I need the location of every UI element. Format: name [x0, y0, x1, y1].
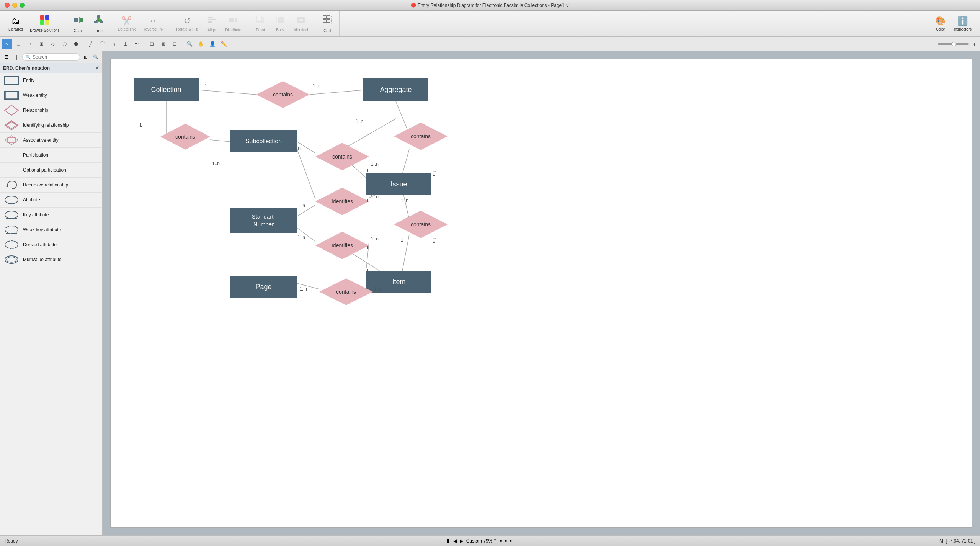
arc-tool[interactable]: ∩	[108, 39, 119, 49]
entity-collection[interactable]: Collection	[134, 78, 199, 101]
rotate-flip-button[interactable]: ↺ Rotate & Flip	[173, 15, 201, 33]
rel-identifies-top[interactable]: Identifies	[315, 188, 369, 215]
panel-search-toggle[interactable]: 🔍	[91, 53, 100, 61]
shape-item-key-attr[interactable]: Key attribute	[0, 208, 102, 222]
category-header: ERD, Chen's notation ✕	[0, 63, 102, 73]
entity-page[interactable]: Page	[230, 276, 297, 298]
distribute-button[interactable]: Distribute	[222, 14, 244, 34]
svg-rect-14	[208, 17, 213, 18]
category-close[interactable]: ✕	[95, 65, 99, 71]
zoom-in-button[interactable]: +	[970, 40, 978, 48]
shape-item-participation[interactable]: Participation	[0, 148, 102, 163]
back-button[interactable]: Back	[271, 14, 290, 34]
identifying-rel-label: Identifying relationship	[23, 123, 69, 128]
close-button[interactable]	[5, 3, 10, 8]
svg-rect-29	[327, 20, 330, 23]
color-icon: 🎨	[935, 16, 946, 26]
svg-line-54	[310, 90, 363, 95]
line-tool[interactable]: ╱	[85, 39, 96, 49]
search-input[interactable]	[33, 54, 77, 60]
shape-item-associative[interactable]: Associative entity	[0, 133, 102, 148]
shape-item-attribute[interactable]: Attribute	[0, 193, 102, 208]
shape-item-entity[interactable]: Entity	[0, 73, 102, 88]
libraries-button[interactable]: 🗂 Libraries	[5, 15, 26, 33]
diagram-canvas[interactable]: Collection Aggregate Subcollection Issue…	[110, 59, 972, 528]
tool-sep2	[144, 40, 144, 48]
ellipse-tool[interactable]: ○	[24, 39, 35, 49]
shape-item-derived-attr[interactable]: Derived attribute	[0, 237, 102, 252]
weak-key-preview	[4, 224, 19, 235]
pan-tool[interactable]: ✋	[196, 39, 206, 49]
zoom-out-view[interactable]: 🔍	[184, 39, 195, 49]
shape2-tool[interactable]: ⬡	[59, 39, 70, 49]
table-tool[interactable]: ⊞	[36, 39, 47, 49]
front-button[interactable]: Front	[251, 14, 270, 34]
rel-contains-right-top[interactable]: contains	[394, 123, 448, 150]
inspectors-button[interactable]: ℹ️ Inspectors	[951, 15, 975, 33]
pen-tool[interactable]: ✏️	[219, 39, 229, 49]
window-title: 🔴 Entity Relationship Diagram for Electr…	[411, 3, 569, 8]
shape-item-recursive-rel[interactable]: Recursive relationship	[0, 178, 102, 193]
rel-contains-bottom[interactable]: contains	[319, 278, 373, 305]
bezier-tool[interactable]: 〜	[131, 39, 142, 49]
page-ind-2[interactable]: ■	[505, 539, 507, 543]
entity-subcollection[interactable]: Subcollection	[230, 130, 297, 152]
rect-tool[interactable]: □	[13, 39, 24, 49]
person-tool[interactable]: 👤	[207, 39, 218, 49]
connector-tool[interactable]: ⊥	[120, 39, 131, 49]
mouse-coords: M: [ -7.64, 71.01 ]	[939, 538, 975, 544]
search-bar: 🔍	[22, 53, 80, 61]
panel-grid-view[interactable]: ⊞	[82, 53, 90, 61]
shape-item-multivalue[interactable]: Multivalue attribute	[0, 252, 102, 267]
shape1-tool[interactable]: ◇	[47, 39, 58, 49]
canvas-area[interactable]: Collection Aggregate Subcollection Issue…	[103, 51, 980, 535]
entity-aggregate[interactable]: Aggregate	[363, 78, 428, 101]
zoom-thumb[interactable]	[952, 42, 956, 46]
group3-tool[interactable]: ⊟	[169, 39, 180, 49]
chain-icon	[74, 15, 84, 28]
svg-rect-28	[323, 20, 326, 23]
group1-tool[interactable]: ⊡	[146, 39, 157, 49]
zoom-out-button[interactable]: −	[928, 40, 936, 48]
toolbar-order-group: Front Back Identical	[248, 11, 314, 36]
minimize-button[interactable]	[12, 3, 17, 8]
grid-button[interactable]: Grid	[318, 13, 337, 34]
entity-issue[interactable]: Issue	[366, 173, 431, 195]
distribute-icon	[229, 15, 238, 27]
zoom-label[interactable]: Custom 79% ⌃	[466, 538, 497, 544]
shape-item-identifying-rel[interactable]: Identifying relationship	[0, 118, 102, 133]
attribute-preview	[4, 195, 19, 205]
prev-page-btn[interactable]: ◀	[453, 538, 457, 544]
panel-list-view[interactable]: ☰	[2, 53, 11, 61]
tree-button[interactable]: Tree	[89, 13, 108, 34]
shape-item-weak-entity[interactable]: Weak entity	[0, 88, 102, 103]
identical-button[interactable]: Identical	[291, 14, 311, 34]
rel-contains-right-mid[interactable]: contains	[394, 211, 448, 238]
select-tool[interactable]: ↖	[2, 39, 12, 49]
reverse-link-button[interactable]: ↔️ Reverse link	[139, 15, 167, 33]
rel-contains-top[interactable]: contains	[256, 81, 310, 108]
page-ind-3[interactable]: ■	[510, 539, 512, 543]
shape-item-optional-part[interactable]: Optional participation	[0, 163, 102, 178]
card-1n-contains-mid-diag: 1..n	[371, 162, 379, 167]
pause-btn[interactable]: ⏸	[446, 538, 450, 544]
curve-tool[interactable]: ⌒	[97, 39, 108, 49]
shape-item-relationship[interactable]: Relationship	[0, 103, 102, 118]
rel-contains-left[interactable]: contains	[160, 124, 210, 150]
color-button[interactable]: 🎨 Color	[931, 15, 950, 33]
chain-button[interactable]: Chain	[69, 13, 88, 34]
rel-contains-mid[interactable]: contains	[315, 143, 369, 170]
rel-identifies-bot[interactable]: Identifies	[315, 232, 369, 259]
card-1n-ident-bot-r: 1..n	[371, 236, 379, 242]
browse-solutions-button[interactable]: Browse Solutions	[27, 13, 62, 34]
entity-standart-number[interactable]: Standart-Number	[230, 208, 297, 233]
shape3-tool[interactable]: ⬟	[70, 39, 81, 49]
delete-link-button[interactable]: ✂️ Delete link	[115, 15, 139, 33]
shape-item-weak-key[interactable]: Weak key attribute	[0, 222, 102, 237]
maximize-button[interactable]	[20, 3, 25, 8]
zoom-slider[interactable]	[938, 43, 969, 45]
group2-tool[interactable]: ⊠	[158, 39, 168, 49]
page-ind-1[interactable]: ■	[500, 539, 502, 543]
next-page-btn[interactable]: ▶	[460, 538, 463, 544]
align-button[interactable]: Align	[202, 14, 221, 34]
